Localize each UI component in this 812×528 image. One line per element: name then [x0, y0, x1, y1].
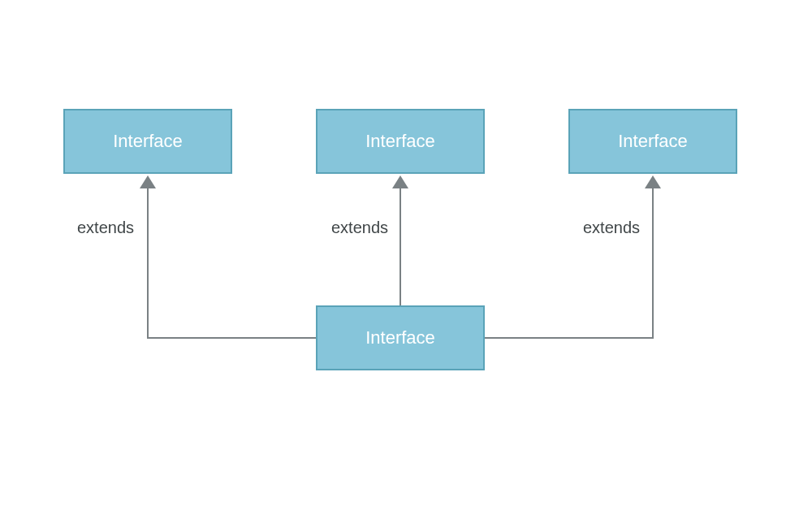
interface-box-top-right: Interface [568, 109, 737, 174]
edges-layer [0, 0, 812, 528]
edge-label-right: extends [583, 219, 640, 237]
edge-left [148, 179, 316, 338]
interface-box-bottom: Interface [316, 305, 485, 370]
interface-box-top-left: Interface [63, 109, 232, 174]
edge-label-mid: extends [331, 219, 388, 237]
edge-right [485, 179, 653, 338]
box-label: Interface [365, 327, 435, 348]
box-label: Interface [113, 131, 183, 152]
interface-box-top-mid: Interface [316, 109, 485, 174]
edge-label-left: extends [77, 219, 134, 237]
interface-diagram: Interface Interface Interface Interface … [0, 0, 812, 528]
box-label: Interface [618, 131, 688, 152]
box-label: Interface [365, 131, 435, 152]
